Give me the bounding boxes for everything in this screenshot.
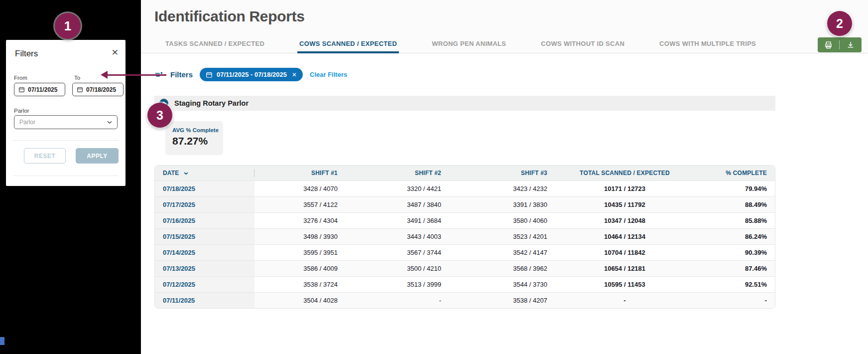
- parlor-section-header[interactable]: Staging Rotary Parlor: [154, 96, 775, 111]
- callout-3-badge: 3: [147, 103, 172, 128]
- tab-cows-without-id-scan[interactable]: COWS WITHOUT ID SCAN: [539, 40, 626, 53]
- divider: [13, 140, 119, 141]
- table-row: 07/15/2025 3498 / 3930 3443 / 4003 3523 …: [155, 228, 775, 244]
- parlor-section-title: Staging Rotary Parlor: [174, 99, 248, 107]
- shift3-value: 3544 / 3730: [455, 276, 563, 292]
- shift1-value: 3504 / 4028: [254, 292, 352, 308]
- column-header-total: TOTAL SCANNED / EXPECTED: [563, 166, 686, 180]
- from-label: From: [14, 75, 27, 81]
- parlor-select[interactable]: Parlor: [14, 115, 118, 129]
- shift2-value: 3513 / 3999: [352, 276, 455, 292]
- complete-value: 90.39%: [686, 244, 775, 260]
- table-row: 07/14/2025 3595 / 3951 3567 / 3744 3542 …: [155, 244, 775, 260]
- to-date-field[interactable]: 07/18/2025: [72, 83, 124, 96]
- date-link[interactable]: 07/18/2025: [155, 180, 254, 196]
- download-button[interactable]: [840, 37, 861, 52]
- shift1-value: 3595 / 3951: [254, 244, 352, 260]
- clear-filters-link[interactable]: Clear Filters: [310, 71, 347, 78]
- shift3-value: 3538 / 4207: [455, 292, 563, 308]
- complete-value: 79.94%: [686, 180, 775, 196]
- reset-button[interactable]: RESET: [24, 148, 66, 164]
- page-title: Identification Reports: [154, 8, 305, 25]
- shift3-value: 3423 / 4232: [455, 180, 563, 196]
- total-value: 10435 / 11792: [563, 196, 686, 212]
- table-row: 07/18/2025 3428 / 4070 3320 / 4421 3423 …: [155, 180, 775, 196]
- shift3-value: 3523 / 4201: [455, 228, 563, 244]
- total-value: 10347 / 12048: [563, 212, 686, 228]
- total-value: 10464 / 12134: [563, 228, 686, 244]
- shift1-value: 3586 / 4009: [254, 260, 352, 276]
- complete-value: 88.49%: [686, 196, 775, 212]
- parlor-label: Parlor: [14, 108, 29, 114]
- filters-label[interactable]: Filters: [170, 70, 193, 79]
- table-row: 07/16/2025 3276 / 4304 3491 / 3684 3580 …: [155, 212, 775, 228]
- avg-complete-label: AVG % Complete: [172, 127, 223, 133]
- table-row: 07/17/2025 3557 / 4122 3487 / 3840 3391 …: [155, 196, 775, 212]
- callout-2-badge: 2: [827, 11, 852, 36]
- date-link[interactable]: 07/11/2025: [155, 292, 254, 308]
- complete-value: 86.24%: [686, 228, 775, 244]
- date-link[interactable]: 07/13/2025: [155, 260, 254, 276]
- date-link[interactable]: 07/16/2025: [155, 212, 254, 228]
- date-link[interactable]: 07/12/2025: [155, 276, 254, 292]
- date-link[interactable]: 07/15/2025: [155, 228, 254, 244]
- download-icon: [847, 41, 855, 49]
- complete-value: 87.46%: [686, 260, 775, 276]
- from-date-value: 07/11/2025: [28, 86, 57, 93]
- column-header-date[interactable]: DATE: [155, 166, 254, 180]
- from-date-field[interactable]: 07/11/2025: [14, 83, 65, 96]
- apply-button[interactable]: APPLY: [76, 148, 119, 164]
- calendar-icon: [77, 86, 83, 93]
- shift1-value: 3538 / 3724: [254, 276, 352, 292]
- export-button-group: [818, 37, 862, 52]
- filter-panel-title: Filters: [15, 49, 38, 59]
- shift3-value: 3568 / 3962: [455, 260, 563, 276]
- close-icon[interactable]: ✕: [112, 47, 119, 58]
- calendar-icon: [18, 86, 25, 93]
- to-label: To: [74, 75, 80, 81]
- column-header-complete: % COMPLETE: [686, 166, 775, 180]
- date-range-filter-chip[interactable]: 07/11/2025 - 07/18/2025 ✕: [200, 68, 303, 81]
- tab-bar: TASKS SCANNED / EXPECTED COWS SCANNED / …: [163, 40, 758, 53]
- avg-complete-card: AVG % Complete 87.27%: [165, 121, 223, 155]
- sort-chevron-down-icon: [184, 172, 188, 175]
- column-header-shift3: SHIFT #3: [455, 166, 563, 180]
- total-value: -: [563, 292, 686, 308]
- chip-close-icon[interactable]: ✕: [292, 71, 297, 78]
- background-window-fragment: [0, 337, 4, 345]
- shift2-value: 3491 / 3684: [352, 212, 455, 228]
- shift3-value: 3542 / 4147: [455, 244, 563, 260]
- chevron-down-icon: [107, 120, 112, 124]
- identification-reports-screen: Identification Reports TASKS SCANNED / E…: [0, 0, 868, 354]
- date-range-filter-text: 07/11/2025 - 07/18/2025: [217, 71, 287, 78]
- shift3-value: 3580 / 4060: [455, 212, 563, 228]
- tab-wrong-pen-animals[interactable]: WRONG PEN ANIMALS: [430, 40, 508, 53]
- complete-value: 85.88%: [686, 212, 775, 228]
- annotation-arrow-line: [108, 74, 166, 76]
- complete-value: 92.51%: [686, 276, 775, 292]
- column-header-shift1: SHIFT #1: [254, 166, 352, 180]
- column-header-shift2: SHIFT #2: [352, 166, 455, 180]
- print-button[interactable]: [818, 37, 839, 52]
- tab-cows-scanned-expected[interactable]: COWS SCANNED / EXPECTED: [297, 40, 399, 53]
- shift2-value: 3567 / 3744: [352, 244, 455, 260]
- date-link[interactable]: 07/17/2025: [155, 196, 254, 212]
- annotation-arrow-head: [101, 71, 108, 79]
- shift2-value: 3320 / 4421: [352, 180, 455, 196]
- total-value: 10171 / 12723: [563, 180, 686, 196]
- shift1-value: 3276 / 4304: [254, 212, 352, 228]
- total-value: 10704 / 11842: [563, 244, 686, 260]
- shift3-value: 3391 / 3830: [455, 196, 563, 212]
- tab-cows-with-multiple-trips[interactable]: COWS WITH MULTIPLE TRIPS: [657, 40, 758, 53]
- date-link[interactable]: 07/14/2025: [155, 244, 254, 260]
- total-value: 10595 / 11453: [563, 276, 686, 292]
- table-row: 07/12/2025 3538 / 3724 3513 / 3999 3544 …: [155, 276, 775, 292]
- shift2-value: -: [352, 292, 455, 308]
- avg-complete-value: 87.27%: [172, 135, 223, 147]
- shift1-value: 3557 / 4122: [254, 196, 352, 212]
- shift1-value: 3428 / 4070: [254, 180, 352, 196]
- tab-tasks-scanned-expected[interactable]: TASKS SCANNED / EXPECTED: [163, 40, 266, 53]
- filter-panel: Filters ✕ From To 07/11/2025 07/18/2025 …: [6, 40, 125, 186]
- parlor-select-placeholder: Parlor: [19, 119, 35, 126]
- shift1-value: 3498 / 3930: [254, 228, 352, 244]
